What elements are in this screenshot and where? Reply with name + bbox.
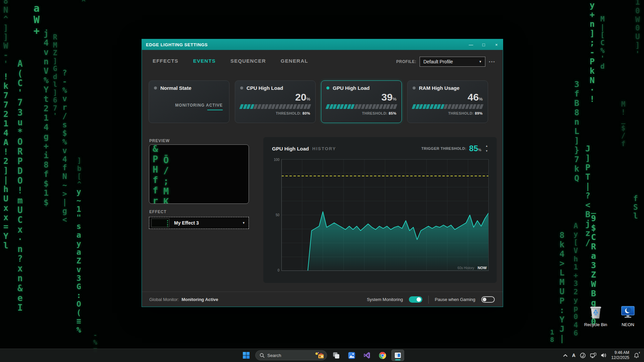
close-button[interactable]: ×: [490, 39, 503, 50]
tray-clock[interactable]: 9:46 AM 12/2/2025: [611, 350, 629, 360]
tab-general[interactable]: GENERAL: [281, 58, 308, 64]
event-card-gpu-high-load[interactable]: GPU High Load 39% THRESHOLD: 85%: [321, 80, 402, 123]
pause-when-gaming-toggle[interactable]: [481, 296, 495, 303]
visual-studio-button[interactable]: [361, 350, 373, 361]
neon-app-window-icon: [394, 352, 401, 359]
effect-select[interactable]: My Effect 3 ▼: [149, 217, 249, 229]
threshold-readout: THRESHOLD: 89%: [413, 111, 483, 115]
threshold-readout: THRESHOLD: 85%: [326, 111, 396, 115]
profile-select[interactable]: Default Profile ▼: [420, 57, 485, 67]
desktop: 8 N ^ ] ] W - '! k 7 7 2 1 4 A ! 2 ] | h…: [0, 0, 644, 362]
footer-separator: [428, 296, 429, 304]
window-title: EDGE LIGHTING SETTINGS: [142, 42, 465, 47]
preview-box: & P H f f r Ō / ; M K: [149, 144, 249, 204]
search-placeholder: Search: [267, 353, 312, 358]
task-view-icon: [332, 352, 340, 359]
profile-menu-button[interactable]: •••: [489, 59, 495, 64]
system-monitoring-label: System Monitoring: [367, 297, 403, 302]
global-monitor-label: Global Monitor:: [149, 297, 179, 302]
title-bar[interactable]: EDGE LIGHTING SETTINGS — □ ×: [142, 39, 503, 50]
input-language-indicator[interactable]: A: [572, 353, 575, 358]
gpu-history-chart: [281, 159, 489, 271]
search-icon: [260, 353, 265, 358]
footer-bar: Global Monitor: Monitoring Active System…: [142, 292, 503, 307]
y-tick-0: 0: [277, 268, 279, 272]
threshold-readout: THRESHOLD: 80%: [240, 111, 310, 115]
task-view-button[interactable]: [330, 350, 342, 361]
current-value: 39%: [326, 92, 396, 102]
visual-studio-icon: [363, 352, 371, 359]
notifications-bell-icon[interactable]: z: [634, 353, 639, 358]
event-card-cpu-high-load[interactable]: CPU High Load 20% THRESHOLD: 80%: [235, 80, 316, 123]
photos-icon: [348, 352, 356, 359]
tab-effects[interactable]: EFFECTS: [153, 58, 178, 64]
recycle-bin-shortcut[interactable]: Recycle Bin: [581, 304, 610, 327]
recycle-bin-label: Recycle Bin: [581, 322, 610, 327]
taskbar: Search: [0, 349, 644, 362]
profile-bar: PROFILE: Default Profile ▼ •••: [396, 57, 495, 67]
tab-bar: EFFECTS EVENTS SEQUENCER GENERAL: [153, 58, 308, 64]
event-name: RAM High Usage: [419, 85, 460, 91]
recycle-bin-icon: [588, 304, 603, 320]
status-underline: [207, 110, 223, 110]
neon-label: NEON: [613, 322, 642, 327]
event-name: Normal State: [160, 85, 192, 91]
edge-lighting-settings-window: EDGE LIGHTING SETTINGS — □ × EFFECTS EVE…: [142, 39, 503, 307]
search-box[interactable]: Search: [255, 350, 327, 360]
volume-icon[interactable]: [601, 353, 607, 358]
tray-app-icon[interactable]: [580, 353, 586, 358]
event-cards-row: Normal State MONITORING ACTIVE CPU High …: [149, 80, 497, 123]
chart-subtitle: HISTORY: [312, 146, 336, 151]
spinner-up-icon[interactable]: ▲: [485, 145, 488, 147]
effect-thumbnail: [151, 219, 169, 227]
history-chart-panel: GPU High Load HISTORY TRIGGER THRESHOLD:…: [263, 137, 497, 283]
monitoring-status: MONITORING ACTIVE: [154, 103, 224, 108]
chrome-button[interactable]: [376, 350, 389, 361]
profile-label: PROFILE:: [396, 59, 416, 64]
preview-matrix-column: & P H f f r: [153, 144, 158, 204]
chrome-icon: [379, 352, 386, 359]
effect-label: EFFECT: [149, 209, 166, 214]
event-name: GPU High Load: [333, 85, 370, 91]
now-label: NOW: [478, 266, 487, 270]
threshold-progress-bar: [413, 104, 483, 109]
event-card-ram-high-usage[interactable]: RAM High Usage 46% THRESHOLD: 89%: [407, 80, 488, 123]
profile-value: Default Profile: [423, 59, 453, 64]
neon-app-shortcut[interactable]: NEON: [613, 304, 642, 327]
preview-label: PREVIEW: [149, 138, 170, 143]
tab-sequencer[interactable]: SEQUENCER: [230, 58, 266, 64]
event-name: CPU High Load: [247, 85, 283, 91]
tab-events[interactable]: EVENTS: [193, 58, 216, 64]
neon-app-icon: [620, 304, 636, 320]
dnd-z-badge: z: [639, 351, 640, 354]
x-axis-labels: 60s History NOW: [458, 266, 487, 270]
tray-date: 12/2/2025: [611, 355, 629, 360]
system-tray: A: [563, 349, 644, 362]
maximize-button[interactable]: □: [477, 39, 490, 50]
event-card-normal-state[interactable]: Normal State MONITORING ACTIVE: [149, 80, 229, 123]
network-icon[interactable]: [590, 353, 596, 358]
global-monitor-status: Monitoring Active: [181, 297, 218, 302]
threshold-progress-bar: [326, 104, 396, 109]
chevron-down-icon: ▼: [242, 221, 245, 225]
taskbar-center-group: Search: [240, 349, 404, 362]
y-tick-100: 100: [274, 158, 279, 162]
spinner-down-icon[interactable]: ▼: [485, 150, 488, 153]
system-monitoring-toggle[interactable]: [409, 296, 422, 303]
current-value: 46%: [413, 92, 483, 102]
preview-matrix-column: Ō / ; M K: [163, 155, 169, 204]
photos-app-button[interactable]: [345, 350, 358, 361]
status-dot: [154, 86, 157, 89]
pause-when-gaming-label: Pause when Gaming: [435, 297, 475, 302]
minimize-button[interactable]: —: [465, 39, 477, 50]
threshold-progress-bar: [240, 104, 310, 109]
neon-app-taskbar-button[interactable]: [391, 350, 404, 361]
tray-chevron-up-icon[interactable]: [563, 354, 568, 357]
current-value: 20%: [240, 92, 310, 102]
status-dot: [326, 86, 329, 89]
tray-time: 9:46 AM: [611, 350, 629, 355]
chevron-down-icon: ▼: [479, 60, 482, 63]
chart-title: GPU High Load: [272, 146, 309, 152]
windows-start-icon: [243, 352, 250, 359]
start-button[interactable]: [240, 350, 253, 361]
